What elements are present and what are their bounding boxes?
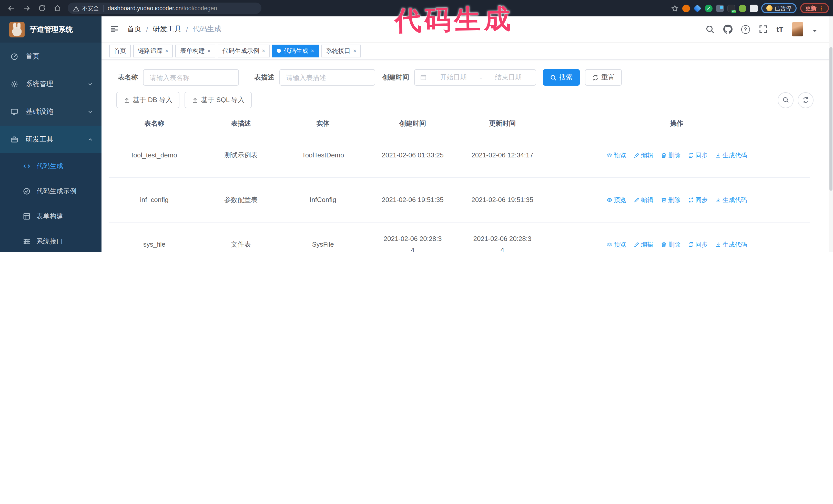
delete-link[interactable]: 删除 [661,150,681,161]
address-bar[interactable]: 不安全 dashboard.yudao.iocoder.cn/tool/code… [68,3,261,14]
tab-form-builder[interactable]: 表单构建× [175,44,215,57]
preview-label: 预览 [614,239,626,250]
reset-button[interactable]: 重置 [585,69,622,86]
screen: 代码生成 不安全 dashboard.yudao.iocoder.cn/tool… [0,0,833,252]
update-button[interactable]: 更新⋮ [800,3,829,13]
refresh-button[interactable] [798,92,813,108]
sync-link[interactable]: 同步 [688,194,708,206]
close-icon[interactable]: × [262,48,265,54]
search-icon[interactable] [705,25,715,34]
preview-link[interactable]: 预览 [606,194,626,206]
extension-icon-orange[interactable] [682,4,690,12]
logo[interactable]: 芋道管理系统 [0,17,101,43]
table-desc-input[interactable] [279,69,375,86]
breadcrumb-devtools[interactable]: 研发工具 [153,25,182,34]
sidebar: 芋道管理系统 首页 系统管理 基础设施 [0,17,101,252]
delete-link[interactable]: 删除 [661,239,681,250]
extension-on-badge: on [732,9,736,13]
tab-label: 首页 [114,46,126,55]
delete-label: 删除 [668,150,681,161]
generate-code-link[interactable]: 生成代码 [715,194,747,206]
close-icon[interactable]: × [165,48,168,54]
url-text[interactable]: dashboard.yudao.iocoder.cn/tool/codegen [108,5,217,11]
table-body: tool_test_demo 测试示例表 ToolTestDemo 2021-0… [109,133,810,252]
generate-code-link[interactable]: 生成代码 [715,239,747,250]
menu-dots-icon[interactable]: ⋮ [819,5,824,11]
import-sql-button[interactable]: 基于 SQL 导入 [185,92,252,108]
extension-icon-green[interactable] [739,4,746,12]
sidebar-item-home[interactable]: 首页 [0,43,101,70]
extensions-puzzle-icon[interactable] [750,4,758,12]
cell-entity: SysFile [282,222,364,252]
update-label: 更新 [805,4,816,12]
tab-label: 系统接口 [326,46,351,55]
range-separator: - [480,74,482,81]
scrollbar-thumb[interactable] [829,47,832,191]
paused-label: 已暂停 [775,4,791,12]
close-icon[interactable]: × [207,48,211,54]
import-db-button[interactable]: 基于 DB 导入 [116,92,180,108]
preview-link[interactable]: 预览 [606,150,626,161]
edit-link[interactable]: 编辑 [633,239,653,250]
avatar-caret-icon[interactable] [812,26,818,32]
search-button[interactable]: 搜索 [543,69,580,86]
submenu-item-codegen[interactable]: 代码生成 [0,153,101,178]
reload-icon[interactable] [38,4,46,12]
tab-system-api[interactable]: 系统接口× [322,44,361,57]
github-icon[interactable] [723,25,733,34]
sync-link[interactable]: 同步 [688,150,708,161]
chevron-down-icon [87,81,93,87]
end-date-placeholder: 结束日期 [486,73,530,82]
extension-icon-gem[interactable] [693,4,701,12]
tab-codegen[interactable]: 代码生成× [272,44,319,57]
date-range-input[interactable]: 开始日期 - 结束日期 [414,69,536,86]
submenu-item-label: 代码生成示例 [37,186,76,196]
start-date-placeholder: 开始日期 [431,73,476,82]
forward-icon[interactable] [23,4,31,12]
delete-label: 删除 [668,194,681,206]
monitor-icon [10,108,19,116]
tab-tracing[interactable]: 链路追踪× [133,44,173,57]
cell-updated: 2021-02-06 19:51:35 [461,178,543,222]
submenu-item-form-builder[interactable]: 表单构建 [0,203,101,229]
cell-table-desc: 测试示例表 [200,133,282,178]
edit-link[interactable]: 编辑 [633,150,653,161]
delete-link[interactable]: 删除 [661,194,681,206]
cell-created: 2021-02-06 19:51:35 [364,178,461,222]
close-icon[interactable]: × [311,48,314,54]
submenu-item-codegen-example[interactable]: 代码生成示例 [0,178,101,203]
extension-icon-switch[interactable]: on [728,4,735,12]
tab-codegen-example[interactable]: 代码生成示例× [218,44,270,57]
reset-button-label: 重置 [601,73,615,82]
paused-badge[interactable]: 已暂停 [761,3,796,13]
extension-icon-grid[interactable] [716,4,724,12]
edit-link[interactable]: 编辑 [633,194,653,206]
sidebar-item-infra[interactable]: 基础设施 [0,98,101,126]
toggle-search-button[interactable] [778,92,793,108]
security-label[interactable]: 不安全 [82,4,99,12]
user-avatar[interactable] [792,22,803,37]
back-icon[interactable] [7,4,15,12]
breadcrumb-home[interactable]: 首页 [127,25,142,34]
font-size-icon[interactable]: tT [777,25,783,33]
help-icon[interactable]: ? [741,25,750,33]
sidebar-item-system[interactable]: 系统管理 [0,70,101,98]
col-actions: 操作 [543,115,810,133]
sidebar-item-devtools[interactable]: 研发工具 [0,126,101,153]
generate-code-label: 生成代码 [722,150,747,161]
submenu-item-system-api[interactable]: 系统接口 [0,229,101,252]
generate-code-link[interactable]: 生成代码 [715,150,747,161]
collapse-sidebar-icon[interactable] [110,25,119,34]
home-icon[interactable] [53,4,62,12]
scrollbar-track[interactable] [829,17,833,252]
tab-home[interactable]: 首页 [109,44,131,57]
extension-icon-check[interactable]: ✓ [705,4,713,12]
tab-label: 代码生成示例 [222,46,259,55]
close-icon[interactable]: × [353,48,357,54]
import-db-label: 基于 DB 导入 [133,95,172,104]
bookmark-star-icon[interactable] [671,4,679,12]
preview-link[interactable]: 预览 [606,239,626,250]
table-name-input[interactable] [143,69,239,86]
sync-link[interactable]: 同步 [688,239,708,250]
fullscreen-icon[interactable] [759,25,768,34]
